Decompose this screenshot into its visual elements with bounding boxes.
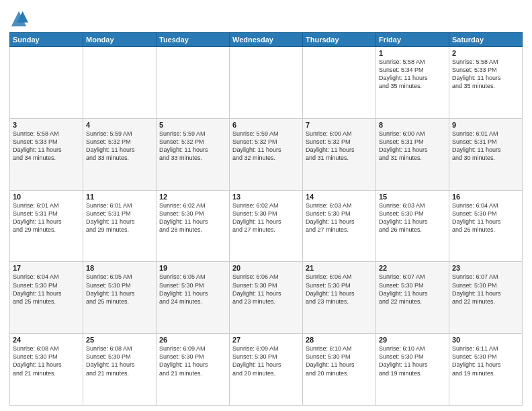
day-info: Sunrise: 6:00 AM Sunset: 5:32 PM Dayligh… [306, 130, 373, 163]
day-number: 17 [13, 264, 80, 272]
day-number: 22 [379, 264, 446, 272]
day-number: 21 [306, 264, 373, 272]
day-info: Sunrise: 6:00 AM Sunset: 5:31 PM Dayligh… [379, 130, 446, 163]
day-cell [303, 47, 376, 119]
day-info: Sunrise: 6:06 AM Sunset: 5:30 PM Dayligh… [306, 273, 373, 306]
day-info: Sunrise: 5:58 AM Sunset: 5:34 PM Dayligh… [379, 58, 446, 91]
day-cell [230, 47, 303, 119]
day-cell: 27Sunrise: 6:09 AM Sunset: 5:30 PM Dayli… [230, 334, 303, 406]
week-row-4: 24Sunrise: 6:08 AM Sunset: 5:30 PM Dayli… [10, 334, 523, 406]
week-row-0: 1Sunrise: 5:58 AM Sunset: 5:34 PM Daylig… [10, 47, 523, 119]
day-info: Sunrise: 6:01 AM Sunset: 5:31 PM Dayligh… [86, 201, 153, 234]
day-cell: 29Sunrise: 6:10 AM Sunset: 5:30 PM Dayli… [376, 334, 449, 406]
day-cell: 16Sunrise: 6:04 AM Sunset: 5:30 PM Dayli… [449, 190, 523, 262]
weekday-tuesday: Tuesday [157, 33, 230, 47]
day-cell: 17Sunrise: 6:04 AM Sunset: 5:30 PM Dayli… [10, 262, 83, 334]
day-info: Sunrise: 6:02 AM Sunset: 5:30 PM Dayligh… [232, 201, 300, 234]
day-info: Sunrise: 6:04 AM Sunset: 5:30 PM Dayligh… [452, 201, 519, 234]
day-number: 28 [306, 336, 373, 344]
weekday-friday: Friday [376, 33, 449, 47]
day-cell: 28Sunrise: 6:10 AM Sunset: 5:30 PM Dayli… [303, 334, 376, 406]
day-info: Sunrise: 5:59 AM Sunset: 5:32 PM Dayligh… [232, 130, 300, 163]
day-cell: 20Sunrise: 6:06 AM Sunset: 5:30 PM Dayli… [230, 262, 303, 334]
day-info: Sunrise: 6:10 AM Sunset: 5:30 PM Dayligh… [306, 345, 373, 377]
day-cell: 25Sunrise: 6:08 AM Sunset: 5:30 PM Dayli… [83, 334, 157, 406]
day-info: Sunrise: 6:03 AM Sunset: 5:30 PM Dayligh… [379, 201, 446, 234]
day-number: 19 [159, 264, 226, 272]
header [9, 7, 523, 28]
day-cell: 13Sunrise: 6:02 AM Sunset: 5:30 PM Dayli… [230, 190, 303, 262]
day-number: 12 [159, 193, 226, 201]
calendar-table: SundayMondayTuesdayWednesdayThursdayFrid… [9, 32, 523, 406]
day-cell: 2Sunrise: 5:58 AM Sunset: 5:33 PM Daylig… [449, 47, 523, 119]
day-number: 14 [306, 193, 373, 201]
day-number: 27 [232, 336, 300, 344]
day-cell: 24Sunrise: 6:08 AM Sunset: 5:30 PM Dayli… [10, 334, 83, 406]
day-number: 1 [379, 49, 446, 57]
weekday-thursday: Thursday [303, 33, 376, 47]
day-cell: 1Sunrise: 5:58 AM Sunset: 5:34 PM Daylig… [376, 47, 449, 119]
day-info: Sunrise: 6:04 AM Sunset: 5:30 PM Dayligh… [13, 273, 80, 306]
day-number: 4 [86, 121, 153, 129]
weekday-sunday: Sunday [10, 33, 83, 47]
weekday-wednesday: Wednesday [230, 33, 303, 47]
day-cell: 9Sunrise: 6:01 AM Sunset: 5:31 PM Daylig… [449, 118, 523, 190]
weekday-monday: Monday [83, 33, 157, 47]
day-info: Sunrise: 5:58 AM Sunset: 5:33 PM Dayligh… [13, 130, 80, 163]
day-info: Sunrise: 6:09 AM Sunset: 5:30 PM Dayligh… [232, 345, 300, 377]
day-number: 18 [86, 264, 153, 272]
weekday-header-row: SundayMondayTuesdayWednesdayThursdayFrid… [10, 33, 523, 47]
week-row-1: 3Sunrise: 5:58 AM Sunset: 5:33 PM Daylig… [10, 118, 523, 190]
day-info: Sunrise: 5:58 AM Sunset: 5:33 PM Dayligh… [452, 58, 519, 91]
day-info: Sunrise: 6:09 AM Sunset: 5:30 PM Dayligh… [159, 345, 226, 377]
day-cell: 22Sunrise: 6:07 AM Sunset: 5:30 PM Dayli… [376, 262, 449, 334]
day-cell: 4Sunrise: 5:59 AM Sunset: 5:32 PM Daylig… [83, 118, 157, 190]
day-number: 3 [13, 121, 80, 129]
day-info: Sunrise: 6:06 AM Sunset: 5:30 PM Dayligh… [232, 273, 300, 306]
day-number: 26 [159, 336, 226, 344]
weekday-saturday: Saturday [449, 33, 523, 47]
day-info: Sunrise: 6:05 AM Sunset: 5:30 PM Dayligh… [159, 273, 226, 306]
day-number: 30 [452, 336, 519, 344]
day-cell: 18Sunrise: 6:05 AM Sunset: 5:30 PM Dayli… [83, 262, 157, 334]
day-cell: 6Sunrise: 5:59 AM Sunset: 5:32 PM Daylig… [230, 118, 303, 190]
day-cell: 5Sunrise: 5:59 AM Sunset: 5:32 PM Daylig… [157, 118, 230, 190]
day-info: Sunrise: 6:01 AM Sunset: 5:31 PM Dayligh… [13, 201, 80, 234]
day-number: 10 [13, 193, 80, 201]
day-cell: 7Sunrise: 6:00 AM Sunset: 5:32 PM Daylig… [303, 118, 376, 190]
day-number: 2 [452, 49, 519, 57]
week-row-3: 17Sunrise: 6:04 AM Sunset: 5:30 PM Dayli… [10, 262, 523, 334]
day-number: 8 [379, 121, 446, 129]
day-number: 25 [86, 336, 153, 344]
day-info: Sunrise: 6:05 AM Sunset: 5:30 PM Dayligh… [86, 273, 153, 306]
day-cell: 23Sunrise: 6:07 AM Sunset: 5:30 PM Dayli… [449, 262, 523, 334]
week-row-2: 10Sunrise: 6:01 AM Sunset: 5:31 PM Dayli… [10, 190, 523, 262]
day-cell [83, 47, 157, 119]
day-info: Sunrise: 6:08 AM Sunset: 5:30 PM Dayligh… [86, 345, 153, 377]
day-info: Sunrise: 6:07 AM Sunset: 5:30 PM Dayligh… [379, 273, 446, 306]
day-number: 24 [13, 336, 80, 344]
day-number: 7 [306, 121, 373, 129]
day-info: Sunrise: 5:59 AM Sunset: 5:32 PM Dayligh… [159, 130, 226, 163]
day-cell: 30Sunrise: 6:11 AM Sunset: 5:30 PM Dayli… [449, 334, 523, 406]
day-number: 13 [232, 193, 300, 201]
page: SundayMondayTuesdayWednesdayThursdayFrid… [0, 0, 532, 411]
day-info: Sunrise: 6:01 AM Sunset: 5:31 PM Dayligh… [452, 130, 519, 163]
day-info: Sunrise: 6:11 AM Sunset: 5:30 PM Dayligh… [452, 345, 519, 377]
day-info: Sunrise: 5:59 AM Sunset: 5:32 PM Dayligh… [86, 130, 153, 163]
day-cell: 12Sunrise: 6:02 AM Sunset: 5:30 PM Dayli… [157, 190, 230, 262]
day-info: Sunrise: 6:03 AM Sunset: 5:30 PM Dayligh… [306, 201, 373, 234]
day-number: 11 [86, 193, 153, 201]
day-number: 23 [452, 264, 519, 272]
day-number: 9 [452, 121, 519, 129]
day-number: 16 [452, 193, 519, 201]
day-info: Sunrise: 6:07 AM Sunset: 5:30 PM Dayligh… [452, 273, 519, 306]
day-cell: 10Sunrise: 6:01 AM Sunset: 5:31 PM Dayli… [10, 190, 83, 262]
day-number: 5 [159, 121, 226, 129]
day-cell: 11Sunrise: 6:01 AM Sunset: 5:31 PM Dayli… [83, 190, 157, 262]
day-cell: 8Sunrise: 6:00 AM Sunset: 5:31 PM Daylig… [376, 118, 449, 190]
day-cell: 21Sunrise: 6:06 AM Sunset: 5:30 PM Dayli… [303, 262, 376, 334]
day-cell: 26Sunrise: 6:09 AM Sunset: 5:30 PM Dayli… [157, 334, 230, 406]
day-cell: 3Sunrise: 5:58 AM Sunset: 5:33 PM Daylig… [10, 118, 83, 190]
day-cell [157, 47, 230, 119]
